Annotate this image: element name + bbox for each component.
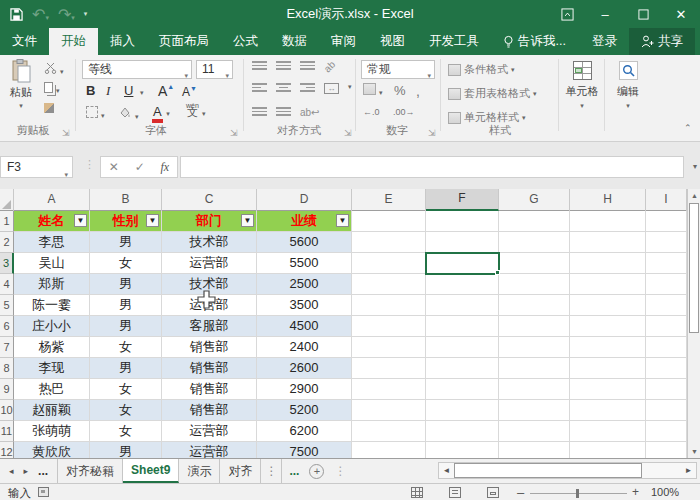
cells-button[interactable]: 单元格 ▾ [562, 61, 602, 109]
maximize-button[interactable] [624, 0, 662, 28]
column-header-F[interactable]: F [426, 189, 499, 211]
empty-cell[interactable] [352, 295, 426, 316]
empty-cell[interactable] [352, 274, 426, 295]
sheet-tab-duiqi[interactable]: 对齐 [220, 459, 261, 483]
row-header-9[interactable]: 9 [0, 379, 14, 400]
filter-button-icon[interactable]: ▼ [336, 214, 349, 227]
bold-button[interactable]: B [86, 83, 95, 98]
empty-cell[interactable] [570, 316, 646, 337]
select-all-corner[interactable] [0, 189, 14, 211]
table-cell[interactable]: 陈一霎 [14, 295, 90, 316]
number-dialog-launcher-icon[interactable]: ⇲ [428, 128, 436, 138]
table-cell[interactable]: 2600 [257, 358, 352, 379]
table-cell[interactable]: 黄欣欣 [14, 442, 90, 458]
align-middle-icon[interactable] [276, 61, 291, 72]
table-cell[interactable]: 5500 [257, 253, 352, 274]
empty-cell[interactable] [646, 400, 687, 421]
table-header-cell[interactable]: 部门▼ [162, 211, 257, 232]
empty-cell[interactable] [646, 358, 687, 379]
empty-cell[interactable] [570, 211, 646, 232]
table-cell[interactable]: 李思 [14, 232, 90, 253]
sheet-tab-partial[interactable]: ⋮ [261, 459, 282, 483]
merge-center-icon[interactable]: ↔ [324, 83, 339, 94]
number-format-select[interactable]: 常规▾ [361, 60, 435, 79]
tab-home[interactable]: 开始 [49, 28, 98, 55]
cancel-icon[interactable]: ✕ [109, 160, 119, 174]
indent-buttons[interactable]: ab↩ [252, 107, 320, 118]
empty-cell[interactable] [499, 274, 570, 295]
formula-bar-splitter[interactable]: ⋮ [84, 158, 95, 171]
table-cell[interactable]: 庄小小 [14, 316, 90, 337]
horizontal-scrollbar[interactable]: ◄ ► [438, 462, 697, 479]
empty-cell[interactable] [499, 358, 570, 379]
empty-cell[interactable] [426, 232, 499, 253]
sheet-tab-yanshi[interactable]: 演示 [179, 459, 220, 483]
percent-button[interactable]: % [394, 83, 406, 98]
empty-cell[interactable] [499, 232, 570, 253]
sheet-nav-left-icon[interactable]: ◂ [9, 466, 14, 476]
ribbon-display-options-icon[interactable] [548, 0, 586, 28]
empty-cell[interactable] [646, 253, 687, 274]
table-cell[interactable]: 杨紫 [14, 337, 90, 358]
tab-formulas[interactable]: 公式 [221, 28, 270, 55]
empty-cell[interactable] [646, 316, 687, 337]
table-cell[interactable]: 男 [90, 232, 162, 253]
expand-formula-bar-icon[interactable]: ▾ [693, 162, 697, 171]
vertical-scroll-thumb[interactable] [689, 203, 699, 333]
column-header-B[interactable]: B [90, 189, 162, 211]
table-cell[interactable]: 运营部 [162, 421, 257, 442]
editing-button[interactable]: 编辑 ▾ [608, 61, 648, 109]
table-cell[interactable]: 运营部 [162, 295, 257, 316]
empty-cell[interactable] [570, 442, 646, 458]
row-header-1[interactable]: 1 [0, 211, 14, 232]
empty-cell[interactable] [646, 379, 687, 400]
empty-cell[interactable] [646, 274, 687, 295]
empty-cell[interactable] [570, 400, 646, 421]
table-cell[interactable]: 2900 [257, 379, 352, 400]
table-cell[interactable]: 技术部 [162, 274, 257, 295]
empty-cell[interactable] [646, 232, 687, 253]
tab-page-layout[interactable]: 页面布局 [147, 28, 221, 55]
empty-cell[interactable] [570, 232, 646, 253]
empty-cell[interactable] [352, 442, 426, 458]
cut-button[interactable]: ▾ [44, 62, 64, 76]
fill-handle[interactable] [495, 270, 500, 275]
italic-button[interactable]: I [106, 83, 110, 99]
empty-cell[interactable] [426, 358, 499, 379]
font-color-button[interactable]: A ▾ [152, 104, 170, 119]
zoom-out-icon[interactable]: – [517, 485, 524, 500]
tab-insert[interactable]: 插入 [98, 28, 147, 55]
increase-indent-icon[interactable] [276, 107, 291, 118]
table-cell[interactable]: 4500 [257, 316, 352, 337]
table-cell[interactable]: 销售部 [162, 337, 257, 358]
empty-cell[interactable] [352, 337, 426, 358]
filter-button-icon[interactable]: ▼ [74, 214, 87, 227]
normal-view-icon[interactable] [411, 487, 423, 498]
empty-cell[interactable] [426, 295, 499, 316]
scroll-right-icon[interactable]: ► [681, 463, 696, 478]
row-header-12[interactable]: 12 [0, 442, 14, 458]
row-header-10[interactable]: 10 [0, 400, 14, 421]
row-header-11[interactable]: 11 [0, 421, 14, 442]
tab-data[interactable]: 数据 [270, 28, 319, 55]
empty-cell[interactable] [352, 316, 426, 337]
tab-tell-me[interactable]: 告诉我... [491, 28, 578, 55]
column-header-G[interactable]: G [499, 189, 570, 211]
align-bottom-icon[interactable] [300, 61, 315, 72]
row-header-4[interactable]: 4 [0, 274, 14, 295]
table-cell[interactable]: 5600 [257, 232, 352, 253]
align-center-icon[interactable] [276, 83, 291, 94]
sheet-tab-sheet9[interactable]: Sheet9 [123, 459, 179, 483]
font-name-select[interactable]: 等线▾ [82, 60, 192, 79]
tab-share[interactable]: 共享 [629, 28, 695, 55]
empty-cell[interactable] [646, 211, 687, 232]
table-cell[interactable]: 热巴 [14, 379, 90, 400]
horizontal-align-buttons[interactable]: ↔ ▾ [252, 83, 352, 94]
table-cell[interactable]: 男 [90, 358, 162, 379]
empty-cell[interactable] [499, 421, 570, 442]
decrease-decimal-button[interactable]: .00→ [393, 107, 415, 117]
decrease-font-button[interactable]: A▼ [182, 85, 197, 99]
row-header-7[interactable]: 7 [0, 337, 14, 358]
tab-developer[interactable]: 开发工具 [417, 28, 491, 55]
format-painter-button[interactable] [44, 103, 54, 115]
